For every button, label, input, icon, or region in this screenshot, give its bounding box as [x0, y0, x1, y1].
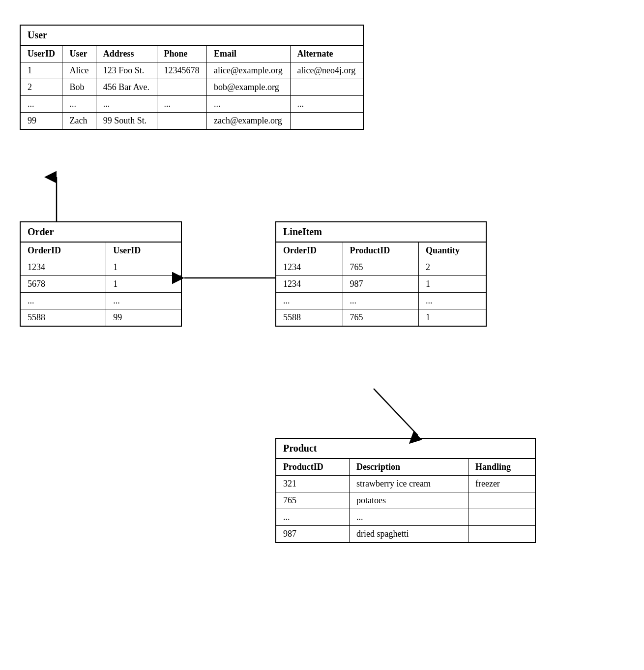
- lineitem-table-header: OrderID ProductID Quantity: [276, 242, 486, 259]
- table-row: 1 Alice 123 Foo St. 12345678 alice@examp…: [20, 62, 363, 79]
- table-row: ... ... ...: [276, 293, 486, 309]
- order-table-title: Order: [20, 222, 181, 242]
- table-row: ... ...: [276, 509, 535, 526]
- user-table-title: User: [20, 25, 363, 45]
- table-row: 321 strawberry ice cream freezer: [276, 476, 535, 492]
- table-row: 2 Bob 456 Bar Ave. bob@example.org: [20, 79, 363, 96]
- table-row: 1234 987 1: [276, 276, 486, 293]
- svg-line-5: [374, 389, 418, 435]
- lineitem-table: LineItem OrderID ProductID Quantity 1234…: [275, 221, 487, 327]
- table-row: 5588 765 1: [276, 309, 486, 327]
- table-row: 99 Zach 99 South St. zach@example.org: [20, 113, 363, 130]
- table-row: 5588 99: [20, 309, 181, 327]
- order-table: Order OrderID UserID 1234 1 5678 1 ... .…: [20, 221, 182, 327]
- lineitem-table-title: LineItem: [276, 222, 486, 242]
- table-row: 1234 765 2: [276, 259, 486, 276]
- table-row: 5678 1: [20, 276, 181, 293]
- user-table-header: UserID User Address Phone Email Alternat…: [20, 45, 363, 62]
- table-row: 1234 1: [20, 259, 181, 276]
- table-row: ... ...: [20, 293, 181, 309]
- product-table-title: Product: [276, 438, 535, 458]
- order-table-header: OrderID UserID: [20, 242, 181, 259]
- table-row: 765 potatoes: [276, 492, 535, 509]
- table-row: ... ... ... ... ... ...: [20, 96, 363, 113]
- table-row: 987 dried spaghetti: [276, 526, 535, 543]
- product-table: Product ProductID Description Handling 3…: [275, 438, 536, 543]
- diagram: User UserID User Address Phone Email Alt…: [15, 15, 629, 654]
- user-table: User UserID User Address Phone Email Alt…: [20, 25, 364, 130]
- product-table-header: ProductID Description Handling: [276, 458, 535, 476]
